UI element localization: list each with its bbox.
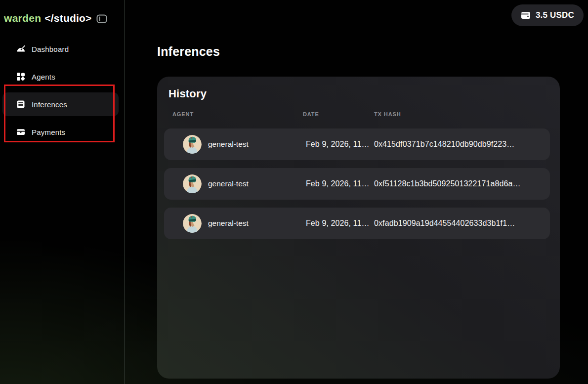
list-rows-icon — [16, 100, 25, 109]
agent-cell: general-test — [183, 214, 306, 233]
sidebar: warden </studio> Dashboard — [0, 0, 125, 384]
sidebar-item-inferences[interactable]: Inferences — [2, 92, 119, 116]
wallet-icon — [521, 10, 531, 20]
sidebar-item-label: Payments — [32, 128, 65, 136]
agent-cell: general-test — [183, 174, 306, 193]
tx-hash: 0xf51128c1b3bd5092501322171a8d6a… — [374, 179, 550, 188]
history-title: History — [168, 87, 550, 100]
logo-brand: warden — [4, 12, 41, 24]
agent-cell: general-test — [183, 135, 306, 154]
column-header-date: DATE — [303, 111, 374, 118]
sidebar-item-dashboard[interactable]: Dashboard — [2, 37, 119, 61]
grid-shapes-icon — [16, 72, 25, 81]
sidebar-item-label: Agents — [32, 73, 55, 81]
column-header-tx-hash: TX HASH — [374, 111, 550, 118]
table-header: AGENT DATE TX HASH — [164, 111, 550, 118]
tx-hash: 0xfadb1909a19d44554402633d3b1f1… — [374, 219, 550, 228]
balance-badge[interactable]: 3.5 USDC — [511, 4, 584, 26]
history-card: History AGENT DATE TX HASH — [157, 77, 560, 379]
table-row[interactable]: general-test Feb 9, 2026, 11… 0x415df037… — [164, 128, 550, 160]
table-row[interactable]: general-test Feb 9, 2026, 11… 0xf51128c1… — [164, 168, 550, 200]
app-logo: warden </studio> — [0, 12, 125, 25]
app-root: warden </studio> Dashboard — [0, 0, 588, 384]
sidebar-nav: Dashboard Agents — [0, 37, 125, 144]
inference-date: Feb 9, 2026, 11… — [306, 179, 374, 188]
panel-left-icon[interactable] — [96, 14, 107, 23]
inference-date: Feb 9, 2026, 11… — [306, 140, 374, 149]
page-title: Inferences — [157, 44, 588, 59]
wallet-icon — [16, 128, 25, 136]
main-content: 3.5 USDC Inferences History AGENT DATE T… — [125, 0, 588, 384]
agent-name: general-test — [208, 179, 249, 188]
sidebar-item-payments[interactable]: Payments — [2, 120, 119, 144]
tx-hash: 0x415df0371b7c148210db90db9f223… — [374, 140, 550, 149]
agent-avatar — [183, 214, 202, 233]
sidebar-item-label: Inferences — [32, 100, 67, 109]
column-header-agent: AGENT — [172, 111, 303, 118]
agent-name: general-test — [208, 140, 249, 149]
agent-avatar — [183, 135, 202, 154]
sidebar-item-label: Dashboard — [32, 45, 69, 53]
sidebar-item-agents[interactable]: Agents — [2, 65, 119, 88]
logo-suffix: </studio> — [44, 12, 91, 24]
gauge-icon — [16, 44, 25, 53]
inference-date: Feb 9, 2026, 11… — [306, 219, 374, 228]
balance-label: 3.5 USDC — [536, 10, 574, 20]
table-row[interactable]: general-test Feb 9, 2026, 11… 0xfadb1909… — [164, 208, 550, 239]
agent-avatar — [183, 174, 202, 193]
history-rows: general-test Feb 9, 2026, 11… 0x415df037… — [164, 128, 550, 239]
agent-name: general-test — [208, 219, 249, 228]
